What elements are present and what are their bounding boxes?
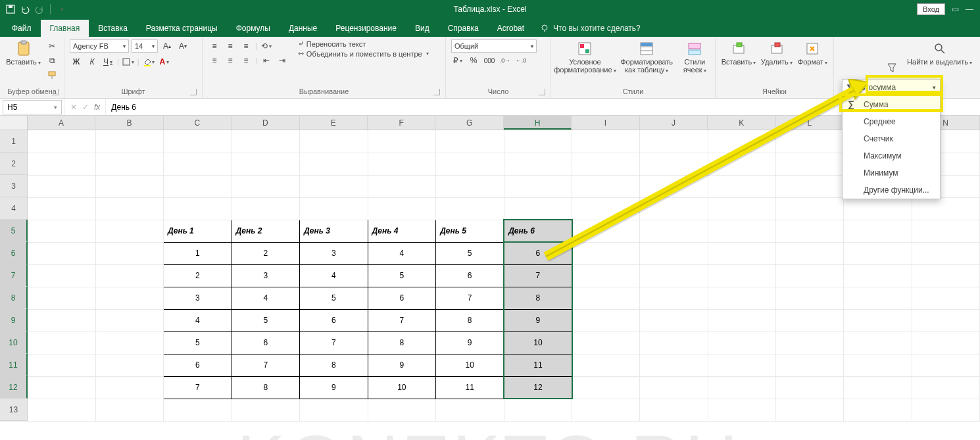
align-center-icon[interactable]: ≡ (224, 54, 237, 67)
column-header[interactable]: F (368, 116, 435, 130)
cell[interactable] (640, 175, 708, 197)
cell[interactable]: 5 (300, 287, 368, 309)
cell[interactable]: 5 (436, 242, 504, 264)
cell[interactable] (368, 399, 436, 421)
ribbon-display-icon[interactable]: ▭ (952, 5, 959, 14)
cell[interactable] (572, 399, 640, 421)
cell[interactable] (844, 376, 912, 399)
cell[interactable] (844, 354, 912, 376)
tab-справка[interactable]: Справка (439, 20, 488, 37)
cell[interactable] (912, 242, 979, 264)
conditional-formatting-button[interactable]: Условное форматирование (556, 39, 614, 76)
format-cells-button[interactable]: Формат (797, 39, 828, 68)
decrease-indent-icon[interactable]: ⇤ (260, 54, 273, 67)
decrease-font-icon[interactable]: A▾ (176, 39, 189, 53)
cell[interactable] (708, 399, 775, 421)
cell[interactable] (95, 130, 163, 153)
cell[interactable] (708, 264, 775, 287)
dialog-launcher-icon[interactable] (433, 89, 440, 95)
cell[interactable] (708, 354, 775, 376)
cell[interactable] (232, 399, 300, 421)
row-header[interactable]: 10 (0, 331, 28, 354)
cell[interactable]: 11 (436, 376, 504, 399)
cell[interactable]: 8 (300, 354, 368, 376)
font-color-icon[interactable]: A (158, 55, 171, 68)
cell[interactable] (912, 264, 979, 287)
cell[interactable] (776, 376, 844, 399)
delete-cells-button[interactable]: Удалить (760, 39, 793, 68)
cell[interactable] (95, 309, 163, 331)
cell[interactable] (572, 220, 640, 242)
cell[interactable] (300, 399, 368, 421)
sort-filter-icon[interactable] (883, 59, 900, 76)
cell[interactable] (776, 130, 844, 153)
cell[interactable] (28, 153, 95, 175)
column-header[interactable]: J (640, 116, 708, 130)
enter-icon[interactable]: ✓ (82, 103, 89, 112)
select-all-corner[interactable] (0, 116, 28, 130)
row-header[interactable]: 3 (0, 175, 28, 197)
column-header[interactable]: E (300, 116, 368, 130)
cell[interactable] (232, 175, 300, 197)
tab-acrobat[interactable]: Acrobat (488, 20, 533, 37)
cell[interactable] (28, 264, 95, 287)
cell[interactable] (708, 153, 775, 175)
cell[interactable] (776, 197, 844, 220)
cell[interactable]: 7 (164, 376, 232, 399)
cell[interactable] (300, 197, 368, 220)
cell[interactable] (640, 242, 708, 264)
spreadsheet-grid[interactable]: KONEKTO.RU ABCDEFGHIJKLMN 12345678910111… (0, 116, 980, 440)
cell[interactable] (164, 399, 232, 421)
cell[interactable] (368, 130, 436, 153)
cell[interactable]: 4 (300, 264, 368, 287)
cell[interactable] (776, 354, 844, 376)
row-header[interactable]: 12 (0, 376, 28, 399)
cell[interactable] (912, 399, 979, 421)
row-header[interactable]: 2 (0, 153, 28, 175)
cell[interactable] (436, 399, 504, 421)
cell[interactable] (232, 130, 300, 153)
row-header[interactable]: 7 (0, 264, 28, 287)
cell[interactable]: 6 (436, 264, 504, 287)
qat-customize-icon[interactable] (56, 4, 66, 14)
borders-icon[interactable] (122, 55, 135, 68)
cell[interactable]: 11 (504, 354, 572, 376)
cell[interactable] (28, 242, 95, 264)
menu-item-4[interactable]: Минимум (843, 164, 940, 182)
cell[interactable] (572, 153, 640, 175)
cell[interactable] (844, 264, 912, 287)
cell[interactable] (776, 309, 844, 331)
cell[interactable]: 7 (504, 264, 572, 287)
comma-style-icon[interactable]: 000 (483, 54, 496, 67)
cell[interactable] (912, 197, 979, 220)
paste-button[interactable]: Вставить (5, 39, 41, 68)
cell[interactable] (368, 197, 436, 220)
row-header[interactable]: 11 (0, 354, 28, 376)
cell[interactable] (640, 309, 708, 331)
cell[interactable] (436, 175, 504, 197)
tab-формулы[interactable]: Формулы (227, 20, 280, 37)
decrease-decimal-icon[interactable]: ←.0 (514, 54, 527, 67)
cell[interactable] (912, 309, 979, 331)
cell[interactable]: 7 (232, 354, 300, 376)
cell[interactable] (640, 354, 708, 376)
font-name-combo[interactable]: Agency FB▾ (70, 39, 129, 53)
tab-разметка страницы[interactable]: Разметка страницы (137, 20, 227, 37)
cell[interactable] (95, 242, 163, 264)
cell[interactable]: 5 (368, 264, 436, 287)
align-bottom-icon[interactable]: ≡ (239, 39, 253, 53)
merge-center-button[interactable]: ⇿ Объединить и поместить в центре (298, 49, 429, 58)
fill-color-icon[interactable] (142, 55, 155, 68)
column-header[interactable]: A (28, 116, 95, 130)
cell[interactable]: 4 (232, 287, 300, 309)
column-header[interactable]: I (572, 116, 639, 130)
cell[interactable]: День 2 (232, 220, 300, 242)
cell[interactable]: 10 (504, 331, 572, 354)
align-middle-icon[interactable]: ≡ (224, 39, 237, 53)
increase-decimal-icon[interactable]: .0→ (499, 54, 512, 67)
cell[interactable]: 6 (368, 287, 436, 309)
cell[interactable] (708, 197, 775, 220)
cell[interactable]: 8 (504, 287, 572, 309)
cell[interactable]: 2 (232, 242, 300, 264)
bold-button[interactable]: Ж (70, 55, 83, 68)
